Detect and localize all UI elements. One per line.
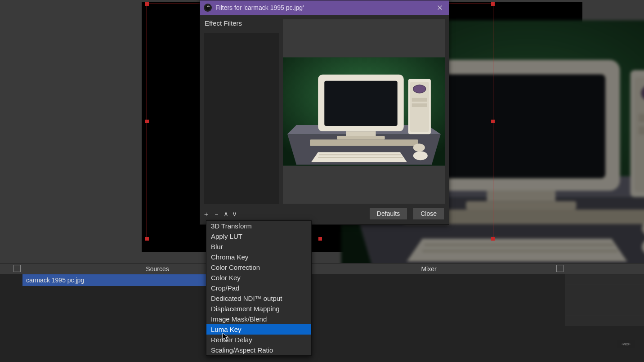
filter-menu-item[interactable]: Luma Key <box>206 324 311 335</box>
watermark-badge: ‹vex› <box>617 340 635 348</box>
filter-menu-item[interactable]: 3D Transform <box>206 221 311 231</box>
filter-preview <box>283 19 445 204</box>
resize-handle[interactable] <box>318 237 322 241</box>
dialog-titlebar[interactable]: Filters for 'carmack 1995 pc.jpg' <box>200 0 449 15</box>
move-up-icon[interactable]: ∧ <box>224 210 228 217</box>
resize-handle[interactable] <box>145 237 149 241</box>
filter-menu-item[interactable]: Color Key <box>206 273 311 283</box>
filter-menu-item[interactable]: Render Delay <box>206 335 311 345</box>
control-button[interactable] <box>565 316 644 326</box>
filters-dialog: Filters for 'carmack 1995 pc.jpg' Effect… <box>200 0 449 225</box>
effect-filters-label: Effect Filters <box>205 19 242 27</box>
filter-type-menu[interactable]: 3D TransformApply LUTBlurChroma KeyColor… <box>206 220 312 356</box>
filter-list[interactable] <box>204 33 279 204</box>
scenes-dock <box>0 263 22 362</box>
remove-filter-icon[interactable]: － <box>213 210 220 217</box>
filter-menu-item[interactable]: Image Mask/Blend <box>206 314 311 324</box>
close-icon[interactable] <box>434 2 445 13</box>
control-button[interactable] <box>565 274 644 285</box>
popout-icon[interactable] <box>13 265 21 272</box>
sources-title: Sources <box>146 265 169 273</box>
control-button[interactable] <box>565 305 644 316</box>
filter-menu-item[interactable]: Blur <box>206 241 311 252</box>
filter-menu-item[interactable]: Displacement Mapping <box>206 304 311 314</box>
close-button[interactable]: Close <box>413 207 444 220</box>
resize-handle[interactable] <box>491 237 495 241</box>
control-button[interactable] <box>565 295 644 305</box>
mixer-dock: Mixer <box>292 263 565 362</box>
control-button[interactable] <box>565 285 644 295</box>
filter-menu-item[interactable]: Crop/Pad <box>206 283 311 293</box>
resize-handle[interactable] <box>145 120 149 123</box>
resize-handle[interactable] <box>491 120 495 123</box>
add-filter-icon[interactable]: ＋ <box>203 210 210 217</box>
filter-menu-item[interactable]: Color Correction <box>206 262 311 273</box>
defaults-button[interactable]: Defaults <box>369 207 407 220</box>
controls-header[interactable] <box>565 264 644 274</box>
filter-menu-item[interactable]: Chroma Key <box>206 252 311 262</box>
scenes-header[interactable] <box>0 264 22 274</box>
mixer-header[interactable]: Mixer <box>292 264 565 274</box>
filter-menu-item[interactable]: Dedicated NDI™ output <box>206 293 311 304</box>
filter-preview-image <box>283 19 445 204</box>
obs-icon <box>204 4 212 12</box>
mixer-title: Mixer <box>421 265 436 273</box>
filter-menu-item[interactable]: Apply LUT <box>206 231 311 241</box>
move-down-icon[interactable]: ∨ <box>232 210 237 217</box>
filter-menu-item[interactable]: Scaling/Aspect Ratio <box>206 345 311 355</box>
dialog-title: Filters for 'carmack 1995 pc.jpg' <box>215 4 431 11</box>
popout-icon[interactable] <box>556 265 564 272</box>
